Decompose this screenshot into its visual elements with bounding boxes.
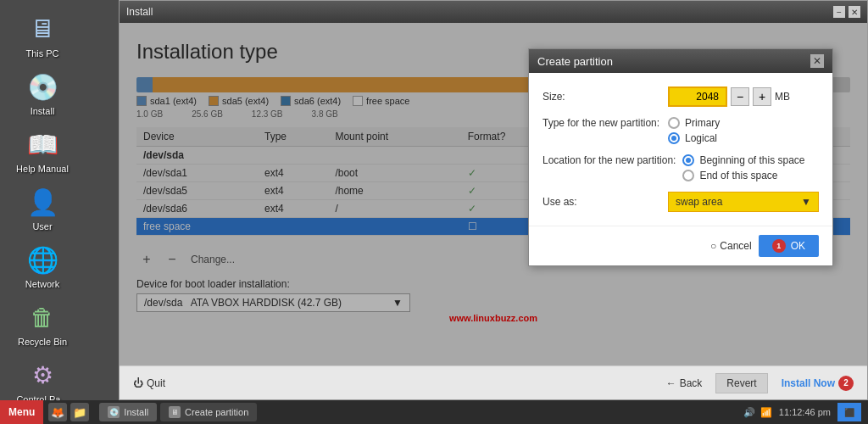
taskbar-create-partition-app[interactable]: 🖥 Create partition bbox=[160, 403, 257, 421]
quit-button[interactable]: ⏻ Quit bbox=[133, 377, 165, 389]
footer-left: ⏻ Quit bbox=[133, 377, 165, 389]
use-as-label: Use as: bbox=[542, 196, 661, 208]
desktop-icon-label: Help Manual bbox=[16, 164, 69, 174]
install-disk-icon: 💿 bbox=[25, 70, 59, 103]
modal-close-button[interactable]: ✕ bbox=[810, 54, 824, 68]
desktop-icon-label: Network bbox=[25, 279, 59, 289]
use-as-row: Use as: swap area ▼ bbox=[542, 192, 819, 212]
beginning-radio[interactable] bbox=[682, 154, 694, 166]
desktop-icon-label: This PC bbox=[25, 48, 58, 59]
ok-button[interactable]: 1 OK bbox=[759, 235, 819, 257]
footer-right: ← Back Revert Install Now 2 bbox=[666, 373, 854, 393]
size-label: Size: bbox=[542, 91, 661, 103]
use-as-value: swap area bbox=[676, 196, 722, 208]
taskbar-time: 11:12:46 pm bbox=[779, 407, 831, 417]
desktop-icon-label: Install bbox=[31, 106, 55, 116]
close-button[interactable]: ✕ bbox=[849, 6, 860, 18]
create-partition-modal: Create partition ✕ Size: − + MB bbox=[528, 48, 833, 266]
beginning-label: Beginning of this space bbox=[699, 154, 804, 166]
type-label: Type for the new partition: bbox=[542, 117, 661, 129]
cancel-button[interactable]: ○ Cancel bbox=[710, 240, 752, 252]
type-row: Type for the new partition: Primary Logi… bbox=[542, 117, 819, 144]
logical-label: Logical bbox=[685, 132, 717, 144]
ok-badge: 1 bbox=[772, 239, 786, 253]
modal-titlebar: Create partition ✕ bbox=[529, 49, 832, 73]
install-window: Install − ✕ Installation type bbox=[119, 0, 868, 400]
desktop-icon-user[interactable]: 👤 User bbox=[8, 181, 76, 235]
desktop-icon: ⬛ bbox=[844, 408, 854, 417]
end-label: End of this space bbox=[699, 170, 777, 181]
desktop-icon-help-manual[interactable]: 📖 Help Manual bbox=[8, 124, 76, 177]
size-unit: MB bbox=[775, 91, 790, 103]
taskbar-show-desktop[interactable]: ⬛ bbox=[837, 403, 861, 421]
primary-radio[interactable] bbox=[668, 117, 680, 129]
modal-body: Size: − + MB Type for the new partition: bbox=[529, 73, 832, 226]
window-content: Installation type sda1 (ext4) bbox=[120, 23, 867, 365]
desktop-icons-panel: 🖥 This PC 💿 Install 📖 Help Manual 👤 User… bbox=[0, 0, 85, 400]
install-app-icon: 💿 bbox=[108, 406, 120, 418]
size-input-group: − + MB bbox=[668, 86, 790, 107]
location-beginning-option[interactable]: Beginning of this space bbox=[682, 154, 804, 166]
install-badge: 2 bbox=[838, 376, 854, 391]
user-icon: 👤 bbox=[25, 185, 59, 219]
gear-icon: ⚙ bbox=[25, 358, 59, 392]
size-decrease-button[interactable]: − bbox=[731, 87, 749, 106]
tray-network-icon[interactable]: 📶 bbox=[760, 407, 772, 418]
window-footer: ⏻ Quit ← Back Revert Install Now 2 bbox=[120, 365, 867, 399]
taskbar-firefox-icon[interactable]: 🦊 bbox=[48, 403, 67, 421]
help-book-icon: 📖 bbox=[25, 127, 59, 161]
use-as-dropdown[interactable]: swap area ▼ bbox=[668, 192, 819, 212]
tray-sound-icon[interactable]: 🔊 bbox=[743, 407, 755, 418]
install-now-button[interactable]: Install Now 2 bbox=[782, 376, 854, 391]
desktop-icon-label: User bbox=[32, 221, 52, 232]
desktop-icon-install[interactable]: 💿 Install bbox=[8, 66, 76, 120]
taskbar-tray: 🔊 📶 bbox=[743, 407, 772, 418]
desktop-icon-network[interactable]: 🌐 Network bbox=[8, 239, 76, 293]
modal-overlay: Create partition ✕ Size: − + MB bbox=[120, 23, 867, 365]
desktop: 🖥 This PC 💿 Install 📖 Help Manual 👤 User… bbox=[0, 0, 868, 424]
desktop-icon-label: Recycle Bin bbox=[18, 337, 67, 347]
modal-footer: ○ Cancel 1 OK bbox=[529, 226, 832, 265]
taskbar-install-app[interactable]: 💿 Install bbox=[99, 403, 157, 421]
window-controls: − ✕ bbox=[833, 6, 860, 18]
taskbar-quick-launch: 🦊 📁 bbox=[43, 403, 94, 421]
back-button[interactable]: ← Back bbox=[666, 377, 703, 389]
computer-icon: 🖥 bbox=[25, 12, 59, 46]
size-increase-button[interactable]: + bbox=[753, 87, 771, 106]
menu-button[interactable]: Menu bbox=[0, 400, 43, 424]
type-radio-group: Primary Logical bbox=[668, 117, 720, 144]
size-row: Size: − + MB bbox=[542, 86, 819, 107]
network-globe-icon: 🌐 bbox=[25, 243, 59, 276]
taskbar-apps: 💿 Install 🖥 Create partition bbox=[94, 403, 737, 421]
desktop-icon-this-pc[interactable]: 🖥 This PC bbox=[8, 8, 76, 62]
location-label: Location for the new partition: bbox=[542, 154, 676, 166]
revert-button[interactable]: Revert bbox=[715, 373, 767, 393]
desktop-icon-recycle-bin[interactable]: 🗑 Recycle Bin bbox=[8, 297, 76, 350]
taskbar-folder-icon[interactable]: 📁 bbox=[70, 403, 89, 421]
radio-icon: ○ bbox=[710, 240, 716, 252]
chevron-down-icon: ▼ bbox=[801, 196, 811, 208]
quit-icon: ⏻ bbox=[133, 377, 143, 389]
type-primary-option[interactable]: Primary bbox=[668, 117, 720, 129]
window-title: Install bbox=[126, 6, 153, 18]
primary-label: Primary bbox=[685, 117, 720, 129]
trash-icon: 🗑 bbox=[25, 300, 59, 334]
location-row: Location for the new partition: Beginnin… bbox=[542, 154, 819, 181]
window-titlebar: Install − ✕ bbox=[120, 1, 867, 23]
partition-app-icon: 🖥 bbox=[169, 406, 181, 418]
location-end-option[interactable]: End of this space bbox=[682, 170, 804, 181]
size-input[interactable] bbox=[668, 86, 727, 107]
minimize-button[interactable]: − bbox=[833, 6, 845, 18]
back-arrow-icon: ← bbox=[666, 377, 676, 389]
taskbar: Menu 🦊 📁 💿 Install 🖥 Create partition 🔊 … bbox=[0, 400, 868, 424]
location-radio-group: Beginning of this space End of this spac… bbox=[682, 154, 804, 181]
modal-title: Create partition bbox=[537, 55, 613, 68]
type-logical-option[interactable]: Logical bbox=[668, 132, 720, 144]
taskbar-right: 🔊 📶 11:12:46 pm ⬛ bbox=[737, 403, 868, 421]
end-radio[interactable] bbox=[682, 170, 694, 181]
logical-radio[interactable] bbox=[668, 132, 680, 144]
